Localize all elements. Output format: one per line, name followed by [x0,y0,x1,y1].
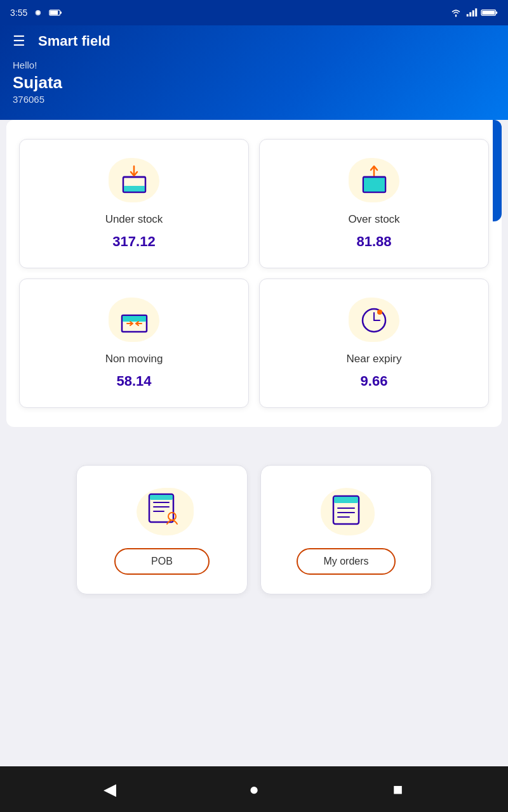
signal-icon [466,8,478,17]
non-moving-label: Non moving [105,353,163,365]
stats-container: Under stock 317.12 [6,120,502,427]
over-stock-label: Over stock [348,213,399,226]
svg-rect-6 [469,12,471,16]
home-button[interactable]: ● [240,775,268,803]
battery-small-icon [49,9,62,16]
pob-button[interactable]: POB [114,548,210,575]
action-cards-row: POB My orders [0,465,508,594]
stats-grid: Under stock 317.12 [13,133,495,414]
menu-icon[interactable]: ☰ [13,33,25,49]
near-expiry-value: 9.66 [361,373,388,390]
svg-text:◉: ◉ [35,8,41,16]
status-bar-right [450,8,498,17]
under-stock-label: Under stock [105,213,163,226]
non-moving-icon-blob [105,294,163,345]
pob-icon-blob [133,485,190,535]
svg-rect-32 [150,495,173,500]
user-id: 376065 [13,94,495,105]
svg-rect-11 [482,11,495,15]
header-toolbar: ☰ Smart field [13,33,495,49]
notification-icon: ◉ [32,7,44,18]
section-gap [0,427,508,465]
svg-point-33 [168,513,176,520]
svg-rect-35 [334,497,358,503]
battery-icon [481,8,498,17]
pob-card[interactable]: POB [76,465,248,594]
svg-rect-7 [472,10,474,16]
non-moving-card[interactable]: Non moving 58.14 [19,278,249,408]
header-title: Smart field [38,33,110,49]
near-expiry-card[interactable]: Near expiry 9.66 [259,278,489,408]
svg-rect-3 [60,11,62,13]
my-orders-button[interactable]: My orders [297,548,395,575]
svg-rect-5 [467,14,469,16]
svg-rect-21 [123,316,146,322]
header: ☰ Smart field Hello! Sujata 376065 [0,25,508,120]
under-stock-icon-blob [105,155,163,206]
svg-rect-14 [124,186,145,192]
svg-rect-4 [50,11,58,15]
pob-icon [142,491,183,529]
over-stock-icon-blob [345,155,403,206]
back-button[interactable]: ◀ [96,775,124,803]
my-orders-icon-blob [318,485,375,535]
bottom-nav-bar: ◀ ● ■ [0,766,508,812]
status-bar-left: 3:55 ◉ [10,7,62,18]
status-bar: 3:55 ◉ [0,0,508,25]
user-greeting: Hello! [13,60,495,70]
blue-accent-bar [493,120,502,221]
svg-rect-10 [496,11,498,13]
non-moving-icon [117,303,152,337]
recent-button[interactable]: ■ [384,775,412,803]
main-content: Under stock 317.12 [0,120,508,766]
near-expiry-icon-blob [345,294,403,345]
near-expiry-icon [357,303,392,337]
under-stock-card[interactable]: Under stock 317.12 [19,139,249,268]
svg-rect-8 [475,8,477,16]
bottom-spacer [0,594,508,645]
svg-rect-17 [364,178,385,192]
status-time: 3:55 [10,8,27,18]
under-stock-icon [117,163,152,198]
my-orders-card[interactable]: My orders [260,465,432,594]
near-expiry-label: Near expiry [347,353,402,365]
user-name: Sujata [13,73,495,93]
svg-point-27 [377,310,382,315]
under-stock-value: 317.12 [112,233,155,250]
non-moving-value: 58.14 [116,373,151,390]
over-stock-value: 81.88 [356,233,391,250]
wifi-icon [450,8,462,17]
my-orders-icon [327,491,365,529]
over-stock-card[interactable]: Over stock 81.88 [259,139,489,268]
over-stock-icon [357,163,392,198]
